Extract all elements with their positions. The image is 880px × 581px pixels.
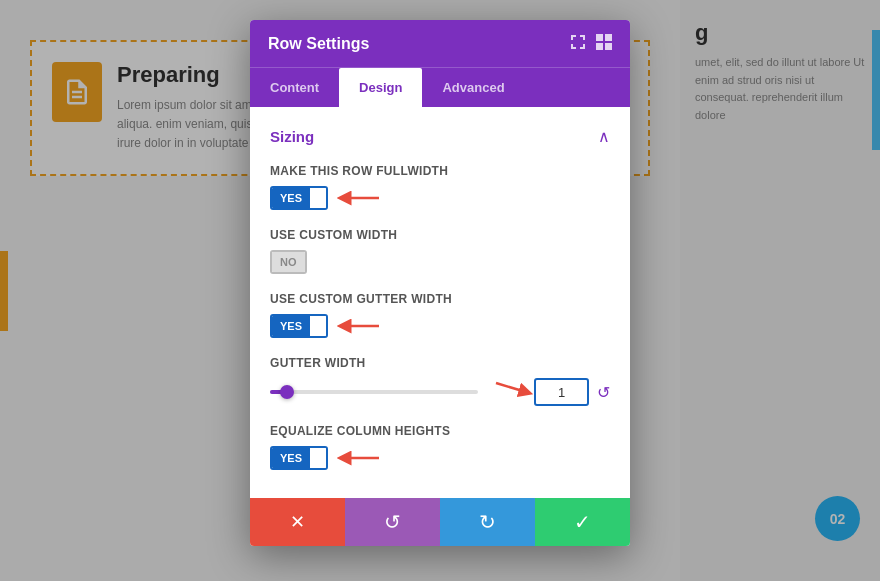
modal-footer: ✕ ↺ ↻ ✓ xyxy=(250,498,630,546)
slider-thumb[interactable] xyxy=(280,385,294,399)
toggle-off-label[interactable]: NO xyxy=(272,252,305,272)
label-gutter-width: Gutter Width xyxy=(270,356,610,370)
toggle-custom-width[interactable]: NO xyxy=(270,250,307,274)
arrow-fullwidth xyxy=(334,186,384,210)
cancel-button[interactable]: ✕ xyxy=(250,498,345,546)
redo-icon: ↻ xyxy=(479,510,496,534)
toggle-no-gutter xyxy=(310,316,326,336)
slider-track[interactable] xyxy=(270,390,478,394)
modal-tabs: Content Design Advanced xyxy=(250,67,630,107)
modal-body: Sizing ∧ Make This Row Fullwidth YES xyxy=(250,107,630,498)
cancel-icon: ✕ xyxy=(290,511,305,533)
modal-overlay: Row Settings Content Design Advanced Siz… xyxy=(0,0,880,581)
label-use-custom-width: Use Custom Width xyxy=(270,228,610,242)
setting-use-custom-gutter: Use Custom Gutter Width YES xyxy=(270,292,610,338)
arrow-gutter-input xyxy=(491,380,531,404)
toggle-no-equalize xyxy=(310,448,326,468)
redo-button[interactable]: ↻ xyxy=(440,498,535,546)
arrow-gutter xyxy=(334,314,384,338)
setting-use-custom-width: Use Custom Width NO xyxy=(270,228,610,274)
save-button[interactable]: ✓ xyxy=(535,498,630,546)
modal-header-icons xyxy=(570,34,612,53)
toggle-row-fullwidth: YES xyxy=(270,186,610,210)
slider-reset-icon[interactable]: ↺ xyxy=(597,383,610,402)
setting-equalize-columns: Equalize Column Heights YES xyxy=(270,424,610,470)
setting-make-row-fullwidth: Make This Row Fullwidth YES xyxy=(270,164,610,210)
toggle-row-gutter: YES xyxy=(270,314,610,338)
toggle-no-label xyxy=(310,188,326,208)
toggle-gutter[interactable]: YES xyxy=(270,314,328,338)
toggle-fullwidth[interactable]: YES xyxy=(270,186,328,210)
tab-content[interactable]: Content xyxy=(250,68,339,107)
label-make-row-fullwidth: Make This Row Fullwidth xyxy=(270,164,610,178)
modal-header: Row Settings xyxy=(250,20,630,67)
tab-advanced[interactable]: Advanced xyxy=(422,68,524,107)
fullscreen-icon[interactable] xyxy=(570,34,586,53)
sizing-title: Sizing xyxy=(270,128,314,145)
undo-icon: ↺ xyxy=(384,510,401,534)
save-icon: ✓ xyxy=(574,510,591,534)
slider-row-gutter: 1 ↺ xyxy=(270,378,610,406)
label-use-custom-gutter: Use Custom Gutter Width xyxy=(270,292,610,306)
toggle-yes-equalize[interactable]: YES xyxy=(272,448,310,468)
tab-design[interactable]: Design xyxy=(339,68,422,107)
toggle-equalize[interactable]: YES xyxy=(270,446,328,470)
setting-gutter-width: Gutter Width 1 ↺ xyxy=(270,356,610,406)
slider-input[interactable]: 1 xyxy=(534,378,589,406)
label-equalize-columns: Equalize Column Heights xyxy=(270,424,610,438)
arrow-equalize xyxy=(334,446,384,470)
grid-icon[interactable] xyxy=(596,34,612,53)
row-settings-modal: Row Settings Content Design Advanced Siz… xyxy=(250,20,630,546)
sizing-section-header: Sizing ∧ xyxy=(270,127,610,146)
toggle-yes-gutter[interactable]: YES xyxy=(272,316,310,336)
undo-button[interactable]: ↺ xyxy=(345,498,440,546)
sizing-collapse-icon[interactable]: ∧ xyxy=(598,127,610,146)
modal-title: Row Settings xyxy=(268,35,369,53)
toggle-yes-label[interactable]: YES xyxy=(272,188,310,208)
toggle-row-equalize: YES xyxy=(270,446,610,470)
